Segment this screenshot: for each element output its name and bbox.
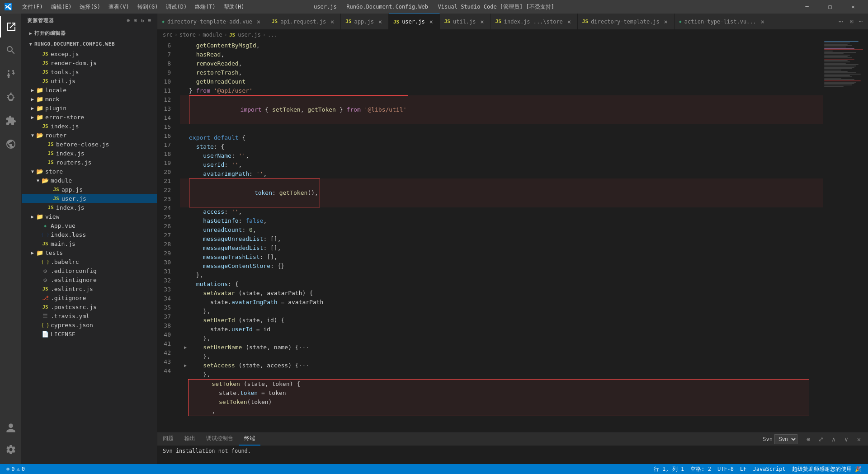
tree-item-eslintignore[interactable]: ⚙ .eslintignore [22, 275, 157, 284]
status-line-col[interactable]: 行 1, 列 1 [651, 464, 687, 474]
account-icon[interactable] [0, 417, 22, 439]
menu-file[interactable]: 文件(F) [19, 2, 47, 12]
tree-item-travis[interactable]: ☰ .travis.yml [22, 311, 157, 320]
tab-action-type[interactable]: ◈ action-type-list.vu... × [675, 14, 771, 29]
tree-item-render-dom[interactable]: JS render-dom.js [22, 58, 157, 67]
status-line-ending[interactable]: LF [737, 464, 749, 474]
debug-icon[interactable] [0, 86, 22, 108]
code-content[interactable]: getContentByMsgId, hasRead, removeReaded… [180, 40, 823, 432]
breadcrumb-src[interactable]: src [163, 32, 173, 38]
refresh-icon[interactable]: ↻ [141, 18, 145, 23]
maximize-button[interactable]: □ [820, 0, 840, 14]
tab-close-btn[interactable]: × [662, 18, 670, 25]
tab-util[interactable]: JS util.js × [440, 14, 491, 29]
tab-close-btn[interactable]: × [566, 18, 573, 25]
tab-directory-template-add[interactable]: ◈ directory-template-add.vue × [157, 14, 267, 29]
extensions-icon[interactable] [0, 110, 22, 131]
tab-close-btn[interactable]: × [255, 18, 262, 25]
tree-item-store-index[interactable]: JS index.js [22, 203, 157, 212]
breadcrumb-module[interactable]: module [203, 32, 222, 38]
tab-close-btn[interactable]: × [329, 18, 336, 25]
tree-item-main-js[interactable]: JS main.js [22, 239, 157, 248]
breadcrumb-file[interactable]: user.js [238, 32, 261, 38]
panel-close-icon[interactable]: ✕ [854, 434, 864, 445]
menu-view[interactable]: 查看(V) [105, 2, 133, 12]
tree-item-postcssrc[interactable]: JS .postcssrc.js [22, 302, 157, 311]
explorer-icon[interactable] [0, 16, 22, 38]
tree-item-util[interactable]: JS util.js [22, 76, 157, 85]
tabs-overflow-btn[interactable]: ⋯ [835, 17, 847, 26]
status-errors[interactable]: ⊗ 0 ⚠ 0 [4, 464, 28, 474]
tree-item-index1[interactable]: JS index.js [22, 122, 157, 131]
menu-help[interactable]: 帮助(H) [220, 2, 248, 12]
panel-down-icon[interactable]: ∨ [841, 434, 852, 445]
tab-app[interactable]: JS app.js × [341, 14, 389, 29]
menu-edit[interactable]: 编辑(E) [47, 2, 75, 12]
tab-close-btn[interactable]: × [377, 18, 384, 25]
remote-explorer-icon[interactable] [0, 133, 22, 155]
tree-item-plugin[interactable]: ▶ 📁 plugin [22, 103, 157, 113]
tree-item-babelrc[interactable]: { } .babelrc [22, 257, 157, 266]
tree-item-store[interactable]: ▼ 📂 store [22, 167, 157, 176]
collapse-icon[interactable]: ≡ [148, 18, 151, 23]
tree-item-excep[interactable]: JS excep.js [22, 49, 157, 58]
tab-directory-template[interactable]: JS directory-template.js × [578, 14, 675, 29]
new-file-icon[interactable]: ⊕ [127, 18, 131, 23]
more-actions-icon[interactable]: ⋯ [857, 16, 864, 27]
tree-item-editorconfig[interactable]: ⚙ .editorconfig [22, 266, 157, 275]
fold-button-38[interactable]: ▶ [182, 362, 189, 369]
tree-item-index-less[interactable]: { } index.less [22, 230, 157, 239]
section-project[interactable]: ▼ RUNGO.DOCUMENT.CONFIG.WEB [22, 38, 157, 49]
menu-select[interactable]: 选择(S) [76, 2, 104, 12]
tree-item-error-store[interactable]: ▶ 📁 error-store [22, 113, 157, 122]
new-folder-icon[interactable]: ⊞ [134, 18, 137, 23]
tree-item-before-close[interactable]: JS before-close.js [22, 140, 157, 149]
minimize-button[interactable]: ─ [797, 0, 817, 14]
tree-item-tools[interactable]: JS tools.js [22, 67, 157, 76]
tab-close-btn[interactable]: × [479, 18, 486, 25]
tab-user[interactable]: JS user.js × [389, 14, 440, 29]
settings-icon[interactable] [0, 439, 22, 460]
tree-item-routers[interactable]: JS routers.js [22, 158, 157, 167]
panel-tab-debug[interactable]: 调试控制台 [201, 432, 239, 446]
section-open-editors[interactable]: ▶ 打开的编辑器 [22, 28, 157, 38]
tree-item-locale[interactable]: ▶ 📁 locale [22, 85, 157, 94]
split-editor-icon[interactable]: ⊡ [848, 16, 855, 27]
tree-item-router[interactable]: ▼ 📂 router [22, 131, 157, 140]
tree-item-eslintrc[interactable]: JS .eslintrc.js [22, 284, 157, 293]
tree-item-user-js[interactable]: JS user.js [22, 194, 157, 203]
panel-tab-output[interactable]: 输出 [179, 432, 201, 446]
tab-api-request[interactable]: JS api.request.js × [267, 14, 341, 29]
tree-item-license[interactable]: 📄 LICENSE [22, 329, 157, 338]
fold-button-35[interactable]: ▶ [182, 344, 189, 351]
panel-tab-terminal[interactable]: 终端 [239, 432, 260, 446]
panel-tab-problems[interactable]: 问题 [157, 432, 179, 446]
panel-split-icon[interactable]: ⊕ [803, 434, 814, 445]
breadcrumb-store[interactable]: store [179, 32, 196, 38]
tab-index-store[interactable]: JS index.js ...\store × [491, 14, 578, 29]
tree-item-app-vue[interactable]: ◈ App.vue [22, 221, 157, 230]
menu-terminal[interactable]: 终端(T) [191, 2, 219, 12]
tree-item-router-index[interactable]: JS index.js [22, 149, 157, 158]
menu-goto[interactable]: 转到(G) [134, 2, 162, 12]
panel-up-icon[interactable]: ∧ [828, 434, 839, 445]
status-spaces[interactable]: 空格: 2 [688, 464, 714, 474]
tree-item-module[interactable]: ▼ 📂 module [22, 176, 157, 185]
panel-maximize-icon[interactable]: ⤢ [816, 434, 826, 445]
status-encoding[interactable]: UTF-8 [715, 464, 736, 474]
breadcrumb-symbol[interactable]: ... [268, 32, 278, 38]
status-feedback[interactable]: 超级赞助师感谢您的使用 🎉 [789, 464, 864, 474]
tree-item-mock[interactable]: ▶ 📁 mock [22, 94, 157, 103]
status-language[interactable]: JavaScript [750, 464, 788, 474]
tree-item-gitignore[interactable]: ⎇ .gitignore [22, 293, 157, 302]
svn-select[interactable]: Svn [774, 434, 797, 444]
search-icon[interactable] [0, 39, 22, 61]
tree-item-app-js[interactable]: JS app.js [22, 185, 157, 194]
tree-item-view[interactable]: ▶ 📁 view [22, 212, 157, 221]
close-button[interactable]: ✕ [843, 0, 863, 14]
source-control-icon[interactable] [0, 63, 22, 84]
tab-close-active-btn[interactable]: × [428, 18, 435, 25]
menu-debug[interactable]: 调试(D) [162, 2, 190, 12]
tree-item-tests[interactable]: ▶ 📁 tests [22, 248, 157, 257]
tab-close-btn[interactable]: × [759, 18, 766, 25]
